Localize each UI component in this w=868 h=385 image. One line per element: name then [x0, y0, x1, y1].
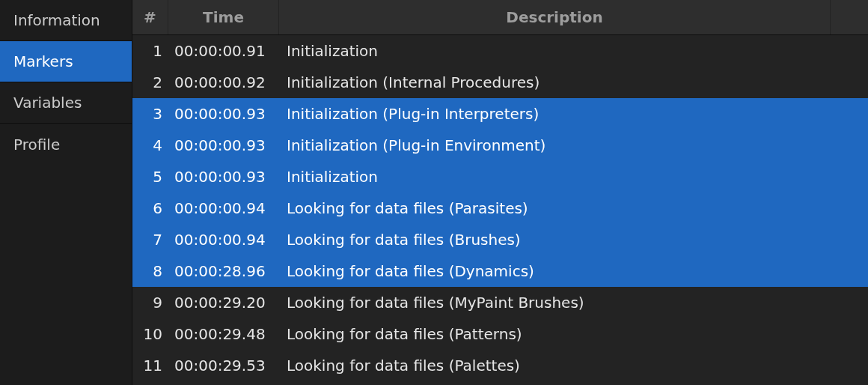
cell-number: 1	[132, 42, 168, 60]
tab-label: Profile	[13, 136, 60, 154]
cell-description: Initialization (Internal Procedures)	[279, 73, 868, 91]
cell-number: 9	[132, 294, 168, 312]
cell-description: Looking for data files (Brushes)	[279, 231, 868, 249]
cell-description: Initialization	[279, 168, 868, 186]
cell-number: 8	[132, 262, 168, 280]
cell-number: 3	[132, 105, 168, 123]
cell-description: Looking for data files (Palettes)	[279, 357, 868, 375]
tab-profile[interactable]: Profile	[0, 124, 132, 165]
cell-time: 00:00:00.93	[168, 105, 279, 123]
cell-description: Initialization	[279, 42, 868, 60]
main-panel: # Time Description 100:00:00.91Initializ…	[132, 0, 868, 385]
cell-number: 2	[132, 73, 168, 91]
table-row[interactable]: 100:00:00.91Initialization	[132, 35, 868, 67]
tab-variables[interactable]: Variables	[0, 82, 132, 124]
cell-description: Looking for data files (Parasites)	[279, 199, 868, 217]
table-row[interactable]: 300:00:00.93Initialization (Plug-in Inte…	[132, 98, 868, 130]
cell-number: 7	[132, 231, 168, 249]
cell-time: 00:00:00.93	[168, 168, 279, 186]
cell-number: 11	[132, 357, 168, 375]
cell-description: Initialization (Plug-in Environment)	[279, 136, 868, 154]
cell-time: 00:00:00.93	[168, 136, 279, 154]
table-row[interactable]: 1000:00:29.48Looking for data files (Pat…	[132, 318, 868, 350]
column-header-time[interactable]: Time	[168, 0, 279, 34]
sidebar: Information Markers Variables Profile	[0, 0, 132, 385]
table-row[interactable]: 500:00:00.93Initialization	[132, 161, 868, 192]
cell-description: Looking for data files (Patterns)	[279, 325, 868, 343]
table-row[interactable]: 600:00:00.94Looking for data files (Para…	[132, 192, 868, 224]
cell-number: 10	[132, 325, 168, 343]
cell-description: Looking for data files (MyPaint Brushes)	[279, 294, 868, 312]
cell-number: 5	[132, 168, 168, 186]
table-row[interactable]: 900:00:29.20Looking for data files (MyPa…	[132, 287, 868, 318]
cell-time: 00:00:00.94	[168, 231, 279, 249]
tab-information[interactable]: Information	[0, 0, 132, 41]
tab-label: Information	[13, 11, 100, 29]
cell-time: 00:00:00.94	[168, 199, 279, 217]
cell-number: 6	[132, 199, 168, 217]
cell-description: Looking for data files (Dynamics)	[279, 262, 868, 280]
tab-label: Variables	[13, 94, 82, 112]
column-header-spacer	[831, 0, 868, 34]
cell-description: Initialization (Plug-in Interpreters)	[279, 105, 868, 123]
cell-time: 00:00:29.20	[168, 294, 279, 312]
cell-time: 00:00:00.92	[168, 73, 279, 91]
cell-time: 00:00:29.53	[168, 357, 279, 375]
cell-time: 00:00:28.96	[168, 262, 279, 280]
cell-time: 00:00:00.91	[168, 42, 279, 60]
table-row[interactable]: 200:00:00.92Initialization (Internal Pro…	[132, 67, 868, 98]
column-header-description[interactable]: Description	[279, 0, 831, 34]
table-row[interactable]: 700:00:00.94Looking for data files (Brus…	[132, 224, 868, 255]
tab-label: Markers	[13, 52, 73, 70]
tab-markers[interactable]: Markers	[0, 41, 132, 82]
table-row[interactable]: 800:00:28.96Looking for data files (Dyna…	[132, 255, 868, 287]
table-header: # Time Description	[132, 0, 868, 35]
table-row[interactable]: 1100:00:29.53Looking for data files (Pal…	[132, 350, 868, 381]
column-header-number[interactable]: #	[132, 0, 168, 34]
cell-time: 00:00:29.48	[168, 325, 279, 343]
table-body: 100:00:00.91Initialization200:00:00.92In…	[132, 35, 868, 385]
cell-number: 4	[132, 136, 168, 154]
table-row[interactable]: 400:00:00.93Initialization (Plug-in Envi…	[132, 130, 868, 161]
